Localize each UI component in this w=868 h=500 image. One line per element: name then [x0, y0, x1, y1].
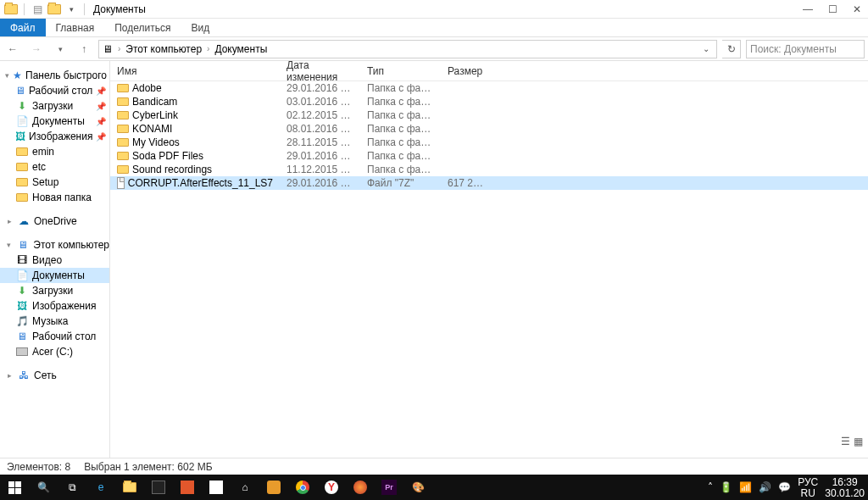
file-row[interactable]: KONAMI08.01.2016 19:03Папка с файлами: [110, 122, 868, 136]
tray-clock[interactable]: 16:39 30.01.20: [825, 477, 865, 498]
taskbar-app[interactable]: [346, 475, 375, 500]
taskbar-app[interactable]: ⌂: [231, 475, 259, 500]
column-size[interactable]: Размер: [441, 61, 492, 81]
pin-icon: 📌: [96, 117, 109, 126]
close-button[interactable]: ✕: [853, 3, 861, 15]
sidebar-item[interactable]: Acer (C:): [0, 344, 109, 359]
taskbar-app-store[interactable]: [144, 475, 173, 500]
desktop-icon: 🖥: [15, 84, 25, 97]
search-button[interactable]: 🔍: [29, 475, 58, 500]
tray-volume-icon[interactable]: 🔊: [759, 481, 771, 493]
tab-view[interactable]: Вид: [181, 19, 220, 36]
tray-wifi-icon[interactable]: 📶: [739, 481, 752, 493]
properties-icon[interactable]: ▤: [30, 2, 45, 17]
taskbar-app-yandex[interactable]: Y: [317, 475, 346, 500]
refresh-button[interactable]: ↻: [722, 40, 741, 58]
status-count: Элементов: 8: [7, 461, 70, 473]
tab-share[interactable]: Поделиться: [104, 19, 181, 36]
file-row[interactable]: Adobe29.01.2016 14:50Папка с файлами: [110, 81, 868, 95]
large-icons-view-icon[interactable]: ▦: [854, 436, 863, 447]
maximize-button[interactable]: ☐: [828, 3, 837, 15]
sidebar-item[interactable]: Новая папка: [0, 190, 109, 205]
address-bar[interactable]: 🖥 › Этот компьютер › Документы ⌄: [98, 40, 717, 58]
ribbon: Файл Главная Поделиться Вид: [0, 19, 868, 37]
network-root[interactable]: ▸ 🖧 Сеть: [0, 368, 109, 383]
qat-dropdown-icon[interactable]: ▾: [64, 2, 79, 17]
taskbar-app-chrome[interactable]: [288, 475, 317, 500]
nav-label: Новая папка: [32, 192, 92, 203]
tray-language[interactable]: РУС RU: [798, 477, 818, 498]
picture-icon: 🖼: [15, 130, 25, 143]
task-view-button[interactable]: ⧉: [58, 475, 86, 500]
file-row[interactable]: Bandicam03.01.2016 19:53Папка с файлами: [110, 95, 868, 108]
sidebar-item[interactable]: 🖥Рабочий стол📌: [0, 83, 109, 98]
tab-home[interactable]: Главная: [46, 19, 105, 36]
chevron-right-icon[interactable]: ▾: [5, 241, 14, 249]
taskbar-app-edge[interactable]: e: [86, 475, 115, 500]
star-icon: ★: [13, 69, 22, 82]
chevron-right-icon[interactable]: ▸: [5, 217, 14, 225]
tray-notifications-icon[interactable]: 💬: [778, 481, 791, 493]
sidebar-item[interactable]: emin: [0, 144, 109, 159]
chevron-right-icon[interactable]: ▸: [5, 371, 14, 380]
taskbar-app[interactable]: [259, 475, 288, 500]
recent-dropdown[interactable]: ▾: [51, 40, 70, 58]
column-type[interactable]: Тип: [360, 61, 441, 81]
sidebar-item[interactable]: 🎞Видео: [0, 253, 109, 268]
file-row[interactable]: CyberLink02.12.2015 22:25Папка с файлами: [110, 108, 868, 122]
status-bar: Элементов: 8 Выбран 1 элемент: 602 МБ ☰ …: [0, 458, 868, 475]
sidebar-item[interactable]: 🖥Рабочий стол: [0, 329, 109, 344]
nav-label: emin: [32, 146, 54, 158]
back-button[interactable]: ←: [3, 40, 22, 58]
cell-type: Файл "7Z": [360, 177, 441, 189]
address-dropdown-icon[interactable]: ⌄: [699, 44, 713, 53]
sidebar-item[interactable]: 📄Документы: [0, 268, 109, 283]
breadcrumb[interactable]: Этот компьютер: [125, 43, 202, 55]
file-row[interactable]: CORRUPT.AfterEffects_11_LS729.01.2016 14…: [110, 176, 868, 190]
taskbar-app-premiere[interactable]: Pr: [375, 475, 403, 500]
sidebar-item[interactable]: 📄Документы📌: [0, 114, 109, 129]
nav-label: Видео: [32, 254, 62, 266]
this-pc-root[interactable]: ▾ 🖥 Этот компьютер: [0, 237, 109, 253]
quick-access-root[interactable]: ▾ ★ Панель быстрого до: [0, 68, 109, 83]
details-view-icon[interactable]: ☰: [841, 436, 850, 447]
start-button[interactable]: [0, 475, 29, 500]
forward-button[interactable]: →: [27, 40, 46, 58]
cell-name: Adobe: [110, 82, 280, 94]
folder-icon: [117, 97, 129, 106]
taskbar-app[interactable]: [202, 475, 231, 500]
file-row[interactable]: My Videos28.11.2015 19:07Папка с файлами: [110, 136, 868, 149]
minimize-button[interactable]: —: [803, 3, 813, 15]
search-input[interactable]: Поиск: Документы: [746, 40, 865, 58]
nav-label: Загрузки: [32, 100, 73, 112]
chevron-right-icon[interactable]: ▾: [5, 71, 9, 80]
taskbar-app-explorer[interactable]: [115, 475, 144, 500]
file-row[interactable]: Sound recordings11.12.2015 20:13Папка с …: [110, 163, 868, 176]
download-icon: ⬇: [15, 284, 29, 297]
sidebar-item[interactable]: 🖼Изображения📌: [0, 129, 109, 144]
cell-date: 28.11.2015 19:07: [280, 136, 360, 148]
tray-chevron-up-icon[interactable]: ˄: [708, 481, 713, 493]
taskbar-app[interactable]: [173, 475, 202, 500]
sidebar-item[interactable]: 🎵Музыка: [0, 314, 109, 329]
new-folder-icon[interactable]: [47, 2, 62, 17]
svg-rect-1: [15, 481, 21, 487]
breadcrumb[interactable]: Документы: [214, 43, 267, 55]
taskbar-app-paint[interactable]: 🎨: [403, 475, 432, 500]
sidebar-item[interactable]: Setup: [0, 175, 109, 190]
window-title: Документы: [93, 3, 146, 15]
file-row[interactable]: Soda PDF Files29.01.2016 20:57Папка с фа…: [110, 149, 868, 163]
document-icon: 📄: [15, 269, 29, 282]
sidebar-item[interactable]: ⬇Загрузки📌: [0, 98, 109, 114]
up-button[interactable]: ↑: [75, 40, 93, 58]
sidebar-item[interactable]: 🖼Изображения: [0, 298, 109, 314]
column-name[interactable]: Имя: [110, 61, 280, 81]
nav-label: Изображения: [32, 300, 96, 312]
nav-label: Рабочий стол: [32, 331, 96, 342]
sidebar-item[interactable]: ⬇Загрузки: [0, 283, 109, 298]
onedrive-root[interactable]: ▸ ☁ OneDrive: [0, 214, 109, 229]
tray-battery-icon[interactable]: 🔋: [720, 481, 732, 493]
sidebar-item[interactable]: etc: [0, 159, 109, 175]
column-date[interactable]: Дата изменения: [280, 61, 360, 81]
tab-file[interactable]: Файл: [0, 19, 46, 36]
